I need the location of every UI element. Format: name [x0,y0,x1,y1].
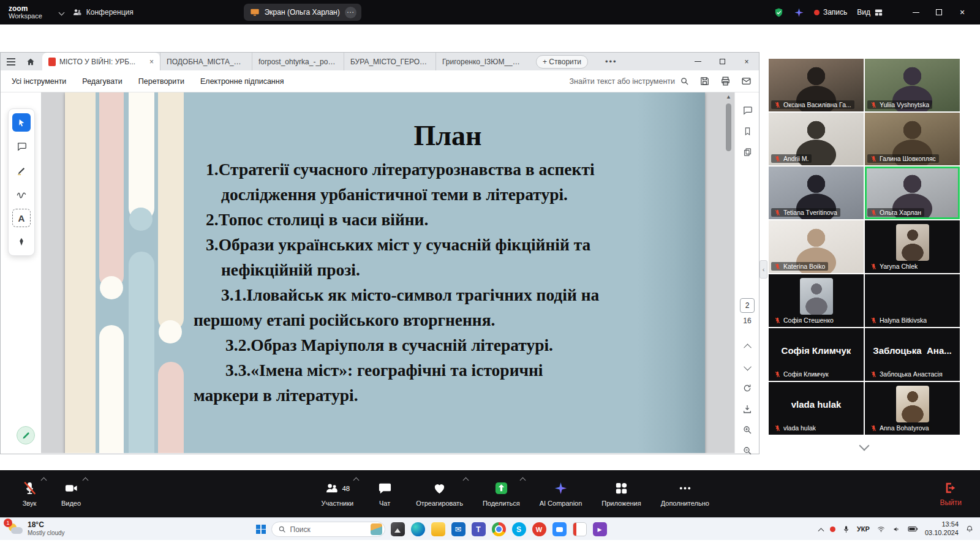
view-button[interactable]: Вид [857,8,883,17]
taskbar-search[interactable]: Поиск [271,522,385,537]
pdf-tab[interactable]: forpost_ohtyrka_-_podo... [252,53,344,70]
select-tool-button[interactable] [12,113,31,132]
participant-tile[interactable]: Оксана Василівна Га... [769,59,864,111]
wifi-icon[interactable] [876,525,886,533]
weather-widget[interactable]: 1 18°C Mostly cloudy [5,521,109,536]
comments-panel-icon[interactable] [735,100,760,121]
participant-tile[interactable]: Заблоцька Ана...Заблоцька Анастасія [865,328,960,381]
participant-tile[interactable]: Halyna Bitkivska [865,274,960,327]
zoom-minimize-button[interactable] [904,0,927,24]
screen-share-tab[interactable]: Экран (Ольга Харлан) ⋯ [244,4,361,21]
edit-pencil-button[interactable] [17,426,35,444]
ai-button[interactable]: AI Companion [532,474,590,514]
participants-button[interactable]: 48Участники [314,474,362,514]
teams-icon[interactable] [472,522,486,536]
tray-chevron-up-icon[interactable] [819,527,823,531]
menu-chevron-icon[interactable] [353,477,360,483]
attachments-panel-icon[interactable] [735,141,760,162]
participant-tile[interactable]: Yaryna Chlek [865,220,960,273]
mail-icon[interactable] [451,522,466,536]
fill-sign-tool-button[interactable] [12,233,31,251]
skype-icon[interactable] [512,522,526,536]
save-icon[interactable] [699,76,710,86]
react-button[interactable]: Отреагировать [408,474,471,514]
participant-tile[interactable]: Tetiana Tveritinova [769,167,864,219]
language-indicator[interactable]: УКР [857,525,870,533]
print-icon[interactable] [720,76,731,86]
refresh-icon[interactable] [735,378,760,399]
participant-tile[interactable]: Ольга Харлан [865,167,960,219]
gallery-icon[interactable] [391,522,405,536]
pdf-maximize-button[interactable] [710,53,734,70]
pdf-tab[interactable]: ПОДОБНА_МІСТА_ЖИ... [160,53,252,70]
recording-indicator-icon[interactable] [830,527,835,532]
tabbar-more-icon[interactable]: ••• [605,57,617,66]
hamburger-menu-icon[interactable] [1,61,21,62]
zoom-icon[interactable] [552,522,567,536]
file-explorer-icon[interactable] [431,522,445,536]
ai-sparkle-icon[interactable] [794,7,804,18]
participant-tile[interactable]: vlada hulakvlada hulak [769,382,864,435]
share-button[interactable]: Поделиться [475,474,528,514]
participant-tile[interactable]: Andrii M. [769,113,864,165]
zoom-close-button[interactable]: × [951,0,974,24]
recording-status[interactable]: Запись [814,8,847,17]
add-text-tool-button[interactable]: A [12,209,31,227]
notifications-bell-icon[interactable] [965,525,974,533]
meeting-tab[interactable]: Конференция [72,7,134,17]
audio-button[interactable]: Звук [10,474,49,514]
pdf-minimize-button[interactable] [685,53,710,70]
create-button[interactable]: + Створити [536,55,588,69]
highlight-tool-button[interactable] [12,161,31,179]
participant-tile[interactable]: Галина Шовкопляс [865,113,960,165]
pdf-tab[interactable]: МІСТО У ВІЙНІ: УРБ...× [42,53,160,70]
document-scrollbar[interactable]: ▲ [725,94,733,451]
media-app-icon[interactable] [593,522,607,536]
leave-button[interactable]: Выйти [940,481,962,507]
tray-mic-icon[interactable] [842,525,850,533]
scroll-up-icon[interactable]: ▲ [725,94,733,100]
export-icon[interactable] [735,399,760,419]
security-shield-icon[interactable] [774,7,784,18]
participants-more-button[interactable] [769,442,960,449]
home-icon[interactable] [21,57,40,67]
panel-collapse-handle[interactable]: ‹ [760,260,767,279]
screen-share-menu-icon[interactable]: ⋯ [345,7,356,18]
menu-chevron-icon[interactable] [519,477,526,483]
zoom-out-icon[interactable] [735,440,760,461]
comment-tool-button[interactable] [12,137,31,156]
menu-item[interactable]: Редагувати [82,77,122,86]
chrome-icon[interactable] [492,522,506,536]
menu-chevron-icon[interactable] [41,477,47,483]
bookmarks-panel-icon[interactable] [735,121,760,141]
clock-widget[interactable]: 13:54 03.10.2024 [925,520,959,538]
pdf-tab[interactable]: БУРА_МІСТО_ГЕРОЙ_... [344,53,435,70]
find-tools-button[interactable]: Знайти текст або інструменти [570,77,689,86]
start-button[interactable] [256,525,266,534]
participant-tile[interactable]: Anna Bohatyrova [865,382,960,435]
participant-tile[interactable]: Katerina Boiko [769,220,864,273]
pdf-close-button[interactable]: × [734,53,759,70]
tab-close-icon[interactable]: × [149,58,154,66]
menu-item[interactable]: Усі інструменти [12,77,66,86]
battery-icon[interactable] [908,525,918,533]
w-app-icon[interactable] [532,522,546,536]
menu-chevron-icon[interactable] [83,477,89,483]
participant-tile[interactable]: Yuliia Vyshnytska [865,59,960,111]
participant-tile[interactable]: Софія Стешенко [769,274,864,327]
pdf-document-area[interactable]: План 1.Стратегії сучасного літературозна… [41,92,734,453]
menu-item[interactable]: Перетворити [138,77,184,86]
more-button[interactable]: Дополнительно [653,474,717,514]
pdf-tab[interactable]: Григоренко_ІЗЮМ__Хр... [435,53,527,70]
workspace-chevron-icon[interactable] [58,9,64,15]
menu-item[interactable]: Електронне підписання [200,77,284,86]
chat-button[interactable]: Чат [365,474,404,514]
participant-tile[interactable]: Софія КлимчукСофія Климчук [769,328,864,381]
edge-icon[interactable] [411,522,425,536]
previous-page-icon[interactable] [735,336,760,357]
apps-button[interactable]: Приложения [594,474,649,514]
menu-chevron-icon[interactable] [462,477,469,483]
scrollbar-thumb[interactable] [726,103,731,151]
zoom-maximize-button[interactable] [927,0,951,24]
current-page-input[interactable]: 2 [740,298,755,313]
